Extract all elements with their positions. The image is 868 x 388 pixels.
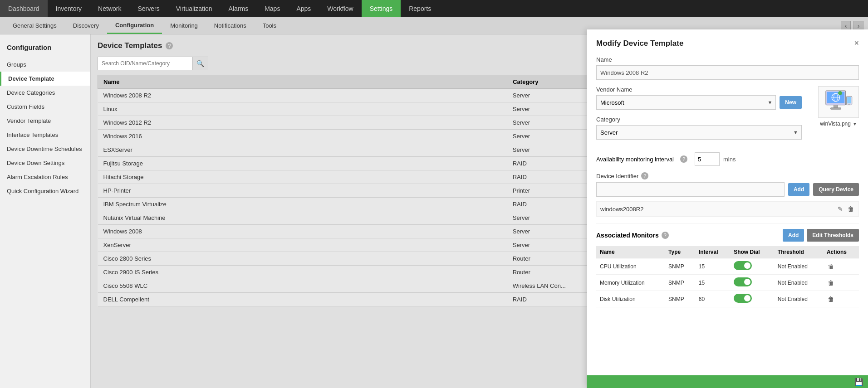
- monitor-showdial: [730, 258, 774, 275]
- svg-point-10: [838, 91, 842, 95]
- vendor-name-label: Vendor Name: [596, 86, 802, 93]
- sidebar-item-groups[interactable]: Groups: [0, 58, 90, 72]
- nav-alarms[interactable]: Alarms: [221, 0, 257, 17]
- bottom-bar-save-icon[interactable]: 💾: [854, 378, 863, 386]
- table-cell-name: Nutanix Virtual Machine: [98, 211, 507, 225]
- availability-help-icon[interactable]: ?: [680, 155, 687, 163]
- monitor-name: Memory Utilization: [596, 275, 665, 291]
- monitor-interval: 60: [695, 291, 730, 307]
- vendor-name-field-row: Vendor Name Microsoft ▼ New: [596, 86, 802, 110]
- device-identifier-input[interactable]: [596, 182, 785, 197]
- subnav-notifications[interactable]: Notifications: [206, 17, 255, 34]
- monitor-showdial: [730, 275, 774, 291]
- availability-label: Availability monitoring interval: [596, 156, 674, 163]
- monitors-col-type: Type: [665, 246, 695, 258]
- name-field-row: Name: [596, 56, 859, 80]
- associated-monitors-help-icon[interactable]: ?: [662, 232, 669, 239]
- device-identifier-row: Device Identifier ? Add Query Device win…: [596, 172, 859, 217]
- sidebar-item-interface-templates[interactable]: Interface Templates: [0, 128, 90, 142]
- associated-monitors-label: Associated Monitors: [596, 232, 659, 239]
- associated-monitors-buttons: Add Edit Thresholds: [783, 229, 859, 242]
- monitor-interval: 15: [695, 258, 730, 275]
- modal-title: Modify Device Template: [596, 39, 683, 48]
- monitors-col-interval: Interval: [695, 246, 730, 258]
- subnav-configuration[interactable]: Configuration: [107, 17, 162, 34]
- sidebar-item-custom-fields[interactable]: Custom Fields: [0, 100, 90, 114]
- sidebar-item-quick-config[interactable]: Quick Configuration Wizard: [0, 184, 90, 198]
- edit-thresholds-button[interactable]: Edit Thresholds: [807, 229, 859, 242]
- nav-dashboard[interactable]: Dashboard: [0, 0, 48, 17]
- device-identifier-item: windows2008R2 ✎ 🗑: [596, 201, 859, 217]
- device-identifier-input-row: Add Query Device: [596, 182, 859, 197]
- name-input[interactable]: [596, 65, 859, 80]
- device-identifier-add-button[interactable]: Add: [788, 183, 809, 196]
- associated-monitors-add-button[interactable]: Add: [783, 229, 804, 242]
- subnav-discovery[interactable]: Discovery: [65, 17, 107, 34]
- subnav-general-settings[interactable]: General Settings: [5, 17, 65, 34]
- sidebar-item-device-template[interactable]: Device Template: [0, 72, 90, 86]
- monitors-table: Name Type Interval Show Dial Threshold A…: [596, 246, 859, 307]
- sidebar-item-device-down[interactable]: Device Down Settings: [0, 156, 90, 170]
- query-device-button[interactable]: Query Device: [813, 183, 859, 196]
- nav-reports[interactable]: Reports: [401, 0, 439, 17]
- monitor-type: SNMP: [665, 258, 695, 275]
- monitor-row: CPU Utilization SNMP 15 Not Enabled 🗑: [596, 258, 859, 275]
- nav-settings[interactable]: Settings: [362, 0, 401, 17]
- search-button[interactable]: 🔍: [193, 57, 208, 70]
- monitor-actions: 🗑: [823, 258, 859, 275]
- availability-row: Availability monitoring interval ? mins: [596, 152, 859, 166]
- nav-inventory[interactable]: Inventory: [48, 0, 90, 17]
- svg-rect-6: [848, 104, 850, 105]
- monitor-toggle[interactable]: [734, 277, 752, 286]
- nav-virtualization[interactable]: Virtualization: [168, 0, 221, 17]
- device-identifier-help-icon[interactable]: ?: [641, 172, 648, 179]
- availability-interval-input[interactable]: [695, 152, 720, 166]
- vendor-row: Microsoft ▼ New: [596, 95, 802, 110]
- device-identifier-actions: ✎ 🗑: [837, 204, 855, 213]
- nav-servers[interactable]: Servers: [129, 0, 167, 17]
- nav-maps[interactable]: Maps: [256, 0, 288, 17]
- monitor-delete-button[interactable]: 🗑: [827, 262, 835, 271]
- name-label: Name: [596, 56, 859, 63]
- sidebar-item-vendor-template[interactable]: Vendor Template: [0, 114, 90, 128]
- table-cell-name: Fujitsu Storage: [98, 157, 507, 170]
- table-cell-name: Windows 2008 R2: [98, 89, 507, 102]
- device-identifier-label: Device Identifier: [596, 173, 638, 179]
- search-input[interactable]: [98, 57, 193, 70]
- device-identifier-edit-button[interactable]: ✎: [837, 204, 844, 213]
- nav-workflow[interactable]: Workflow: [319, 0, 361, 17]
- sidebar: Configuration Groups Device Template Dev…: [0, 34, 91, 388]
- monitor-toggle[interactable]: [734, 294, 752, 303]
- subnav-monitoring[interactable]: Monitoring: [162, 17, 206, 34]
- monitor-delete-button[interactable]: 🗑: [827, 295, 835, 304]
- category-select[interactable]: Server: [596, 125, 802, 140]
- device-identifier-delete-button[interactable]: 🗑: [847, 204, 855, 213]
- subnav-tools[interactable]: Tools: [255, 17, 284, 34]
- monitor-name: Disk Utilization: [596, 291, 665, 307]
- svg-rect-3: [831, 108, 841, 110]
- title-help-icon[interactable]: ?: [166, 42, 173, 49]
- bottom-bar: 💾: [587, 375, 868, 388]
- monitor-toggle[interactable]: [734, 261, 752, 270]
- monitor-threshold: Not Enabled: [774, 258, 823, 275]
- vendor-name-select[interactable]: Microsoft: [596, 95, 776, 110]
- vendor-new-button[interactable]: New: [780, 96, 802, 109]
- category-field-row: Category Server ▼: [596, 116, 802, 140]
- sidebar-item-alarm-escalation[interactable]: Alarm Escalation Rules: [0, 170, 90, 184]
- modal-close-button[interactable]: ×: [854, 39, 859, 48]
- table-cell-name: Windows 2008: [98, 225, 507, 238]
- table-cell-name: Windows 2016: [98, 130, 507, 143]
- computer-preview-icon: [823, 88, 854, 116]
- nav-apps[interactable]: Apps: [288, 0, 319, 17]
- table-cell-name: HP-Printer: [98, 184, 507, 198]
- table-cell-name: DELL Compellent: [98, 293, 507, 306]
- table-cell-name: Cisco 2900 IS Series: [98, 266, 507, 279]
- page-title: Device Templates: [98, 41, 162, 50]
- sidebar-item-device-categories[interactable]: Device Categories: [0, 86, 90, 100]
- table-cell-name: Linux: [98, 102, 507, 116]
- monitor-delete-button[interactable]: 🗑: [827, 278, 835, 287]
- image-dropdown-arrow-icon[interactable]: ▼: [853, 121, 857, 126]
- monitor-interval: 15: [695, 275, 730, 291]
- nav-network[interactable]: Network: [90, 0, 129, 17]
- sidebar-item-device-downtime[interactable]: Device Downtime Schedules: [0, 142, 90, 156]
